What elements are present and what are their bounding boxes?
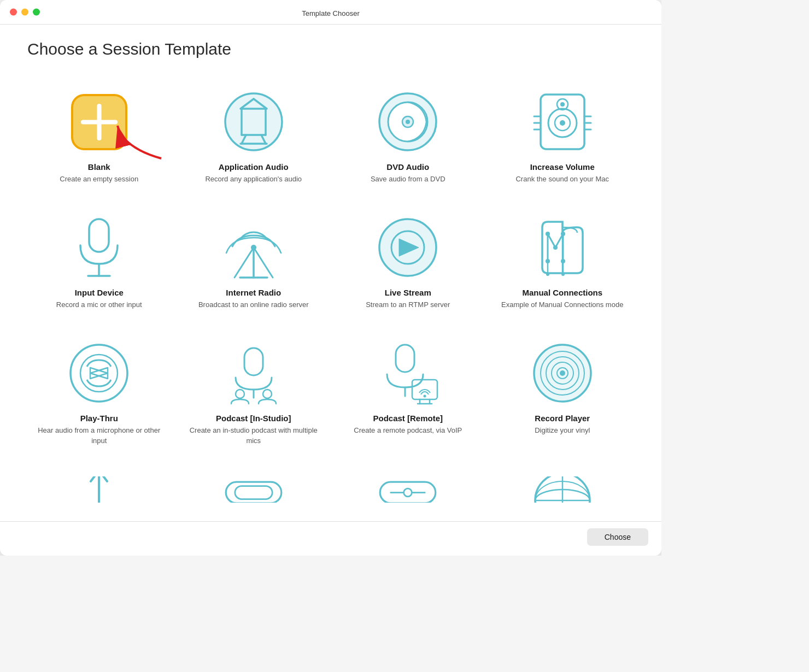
svg-point-22: [406, 120, 410, 124]
podcast-in-studio-name: Podcast [In-Studio]: [216, 414, 291, 423]
svg-point-61: [236, 390, 244, 398]
maximize-button[interactable]: [33, 9, 40, 16]
internet-radio-desc: Broadcast to an online radio server: [198, 300, 309, 310]
template-item-podcast-remote[interactable]: Podcast [Remote]Create a remote podcast,…: [331, 325, 485, 461]
record-player-name: Record Player: [535, 414, 590, 423]
manual-connections-name: Manual Connections: [522, 288, 602, 297]
template-item-live-stream[interactable]: Live StreamStream to an RTMP server: [331, 199, 485, 325]
template-item-play-thru[interactable]: Play-ThruHear audio from a microphone or…: [22, 325, 177, 461]
live-stream-desc: Stream to an RTMP server: [366, 300, 450, 310]
increase-volume-icon: [530, 89, 595, 155]
svg-marker-57: [90, 368, 108, 379]
dvd-audio-icon: [375, 89, 441, 155]
svg-line-40: [235, 247, 254, 278]
template-item-blank[interactable]: BlankCreate an empty session: [22, 74, 177, 199]
template-grid: BlankCreate an empty session Application…: [22, 74, 640, 461]
play-thru-icon: [66, 340, 132, 406]
svg-point-48: [561, 232, 565, 236]
template-item-dvd-audio[interactable]: DVD AudioSave audio from a DVD: [331, 74, 485, 199]
svg-rect-59: [244, 348, 263, 375]
dvd-audio-desc: Save audio from a DVD: [371, 174, 445, 184]
svg-point-54: [561, 273, 565, 276]
template-item-input-device[interactable]: Input DeviceRecord a mic or other input: [22, 199, 177, 325]
svg-line-78: [91, 476, 99, 481]
partial-icon-3: [375, 476, 441, 503]
blank-desc: Create an empty session: [60, 174, 138, 184]
template-item-increase-volume[interactable]: Increase VolumeCrank the sound on your M…: [485, 74, 640, 199]
svg-point-53: [546, 273, 549, 276]
template-item-manual-connections[interactable]: Manual ConnectionsExample of Manual Conn…: [485, 199, 640, 325]
main-window: Template Chooser Choose a Session Templa…: [0, 0, 661, 556]
play-thru-desc: Hear audio from a microphone or other in…: [31, 426, 168, 445]
minimize-button[interactable]: [21, 9, 28, 16]
application-audio-desc: Record any application's audio: [205, 174, 302, 184]
page-title: Choose a Session Template: [27, 40, 634, 58]
template-grid-area: BlankCreate an empty session Application…: [0, 68, 661, 521]
template-item-podcast-in-studio[interactable]: Podcast [In-Studio]Create an in-studio p…: [177, 325, 331, 461]
live-stream-name: Live Stream: [385, 288, 431, 297]
partial-row: [22, 461, 640, 510]
input-device-icon: [66, 215, 132, 280]
increase-volume-desc: Crank the sound on your Mac: [515, 174, 609, 184]
podcast-remote-name: Podcast [Remote]: [373, 414, 443, 423]
application-audio-name: Application Audio: [219, 162, 289, 172]
podcast-remote-icon: [375, 340, 441, 406]
manual-connections-icon: [530, 215, 595, 280]
live-stream-icon: [375, 215, 441, 280]
template-item-partial-4[interactable]: [485, 461, 640, 510]
svg-point-47: [546, 232, 550, 236]
svg-point-55: [71, 345, 127, 402]
footer: Choose: [0, 521, 661, 556]
svg-line-41: [254, 247, 273, 278]
svg-point-28: [560, 102, 565, 107]
input-device-desc: Record a mic or other input: [56, 300, 142, 310]
record-player-icon: [530, 340, 595, 406]
svg-point-50: [553, 245, 558, 250]
blank-icon: [66, 89, 132, 155]
close-button[interactable]: [10, 9, 17, 16]
record-player-desc: Digitize your vinyl: [535, 426, 590, 435]
svg-rect-81: [235, 486, 272, 499]
svg-rect-63: [396, 345, 414, 372]
svg-point-69: [424, 395, 426, 398]
partial-icon-2: [221, 476, 286, 503]
svg-point-26: [560, 120, 565, 126]
template-item-partial-1[interactable]: [22, 461, 177, 510]
internet-radio-name: Internet Radio: [226, 288, 281, 297]
svg-point-83: [404, 488, 412, 497]
svg-point-62: [263, 390, 272, 398]
blank-name: Blank: [88, 162, 110, 172]
application-audio-icon: [221, 89, 286, 155]
partial-icon-1: [80, 476, 118, 503]
partial-icon-4: [530, 476, 595, 503]
podcast-in-studio-desc: Create an in-studio podcast with multipl…: [185, 426, 323, 445]
play-thru-name: Play-Thru: [80, 414, 118, 423]
template-item-application-audio[interactable]: Application AudioRecord any application'…: [177, 74, 331, 199]
input-device-name: Input Device: [75, 288, 124, 297]
template-item-record-player[interactable]: Record PlayerDigitize your vinyl: [485, 325, 640, 461]
dvd-audio-name: DVD Audio: [386, 162, 429, 172]
internet-radio-icon: [221, 215, 286, 280]
template-item-internet-radio[interactable]: Internet RadioBroadcast to an online rad…: [177, 199, 331, 325]
svg-point-76: [560, 370, 565, 376]
template-item-partial-3[interactable]: [331, 461, 485, 510]
page-header: Choose a Session Template: [0, 25, 661, 68]
window-title: Template Chooser: [302, 9, 360, 17]
window-controls: [10, 9, 40, 16]
podcast-remote-desc: Create a remote podcast, via VoIP: [354, 426, 462, 435]
template-item-partial-2[interactable]: [177, 461, 331, 510]
svg-line-79: [99, 476, 107, 481]
titlebar: Template Chooser: [0, 0, 661, 24]
svg-rect-82: [380, 482, 436, 503]
svg-marker-58: [90, 368, 108, 379]
svg-rect-35: [89, 219, 109, 252]
manual-connections-desc: Example of Manual Connections mode: [501, 300, 623, 310]
svg-point-42: [251, 245, 256, 250]
increase-volume-name: Increase Volume: [530, 162, 595, 172]
podcast-in-studio-icon: [221, 340, 286, 406]
choose-button[interactable]: Choose: [587, 528, 648, 546]
